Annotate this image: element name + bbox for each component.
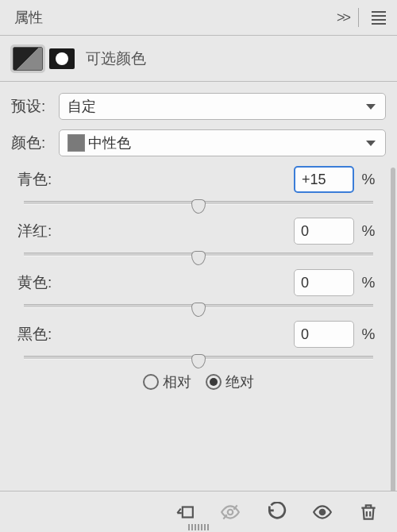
preset-value: 自定 bbox=[67, 97, 96, 116]
cyan-label: 青色: bbox=[17, 169, 294, 190]
reset-button[interactable] bbox=[264, 499, 289, 525]
resize-grip-icon[interactable] bbox=[188, 524, 209, 530]
percent-label: % bbox=[354, 171, 383, 188]
layer-mask-icon[interactable] bbox=[49, 48, 75, 69]
magenta-slider-track[interactable] bbox=[24, 253, 373, 256]
view-previous-button[interactable] bbox=[218, 499, 243, 525]
selective-color-icon[interactable] bbox=[13, 47, 43, 71]
percent-label: % bbox=[354, 326, 383, 343]
method-absolute-radio[interactable]: 绝对 bbox=[206, 372, 254, 391]
yellow-input[interactable] bbox=[294, 269, 354, 296]
percent-label: % bbox=[354, 222, 383, 240]
relative-label: 相对 bbox=[163, 372, 191, 391]
black-input[interactable] bbox=[294, 321, 354, 348]
svg-point-1 bbox=[228, 509, 233, 515]
magenta-slider-thumb[interactable] bbox=[191, 251, 206, 265]
svg-rect-0 bbox=[183, 507, 193, 517]
absolute-label: 绝对 bbox=[225, 372, 254, 391]
cyan-slider-track[interactable] bbox=[24, 201, 373, 205]
radio-icon bbox=[143, 374, 159, 390]
radio-icon bbox=[206, 374, 222, 390]
colors-value: 中性色 bbox=[88, 133, 131, 152]
colors-select[interactable]: 中性色 bbox=[59, 129, 386, 156]
clip-to-layer-button[interactable] bbox=[172, 499, 197, 525]
percent-label: % bbox=[354, 274, 383, 291]
panel-title: 属性 bbox=[14, 8, 43, 27]
yellow-slider-thumb[interactable] bbox=[191, 303, 206, 317]
preset-label: 预设: bbox=[11, 96, 59, 117]
black-slider-track[interactable] bbox=[24, 356, 373, 360]
method-relative-radio[interactable]: 相对 bbox=[143, 372, 191, 391]
delete-button[interactable] bbox=[356, 499, 381, 525]
cyan-input[interactable] bbox=[294, 166, 354, 193]
panel-menu-icon[interactable] bbox=[368, 8, 389, 28]
black-label: 黑色: bbox=[17, 324, 294, 345]
scrollbar[interactable] bbox=[391, 168, 395, 501]
colors-label: 颜色: bbox=[11, 133, 59, 153]
magenta-label: 洋红: bbox=[17, 221, 294, 241]
adjustment-title: 可选颜色 bbox=[86, 48, 146, 69]
visibility-button[interactable] bbox=[310, 499, 335, 525]
color-swatch-icon bbox=[67, 134, 85, 152]
preset-select[interactable]: 自定 bbox=[59, 93, 386, 120]
yellow-slider-track[interactable] bbox=[24, 304, 373, 308]
black-slider-thumb[interactable] bbox=[191, 354, 206, 368]
yellow-label: 黄色: bbox=[17, 272, 294, 293]
separator bbox=[358, 8, 359, 27]
magenta-input[interactable] bbox=[294, 218, 354, 245]
svg-point-2 bbox=[320, 509, 326, 515]
collapse-icon[interactable]: >> bbox=[337, 10, 349, 26]
cyan-slider-thumb[interactable] bbox=[191, 199, 206, 214]
